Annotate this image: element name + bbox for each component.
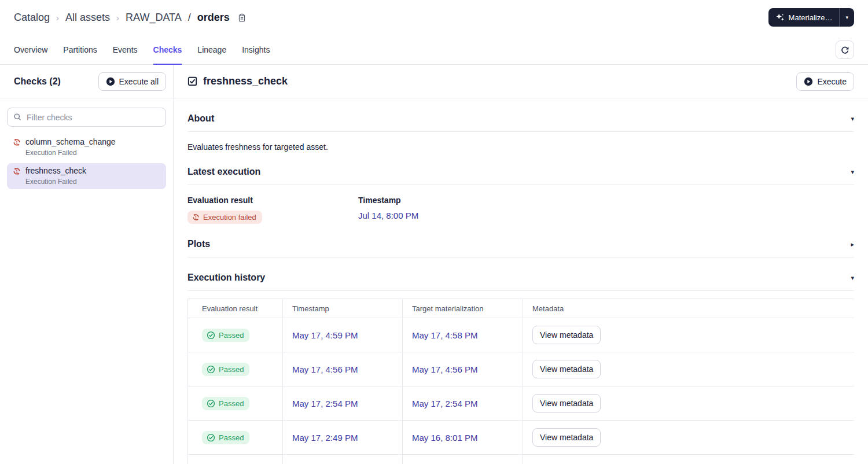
copy-asset-name-icon[interactable] bbox=[237, 13, 247, 23]
tab-bar: Overview Partitions Events Checks Lineag… bbox=[0, 35, 868, 65]
check-detail-header: freshness_check Execute bbox=[174, 65, 868, 98]
passed-badge-label: Passed bbox=[219, 433, 244, 442]
passed-badge-label: Passed bbox=[219, 331, 244, 340]
execution-timestamp-link[interactable]: May 17, 2:49 PM bbox=[292, 433, 358, 443]
table-row: Passed May 17, 2:54 PM May 17, 2:54 PM V… bbox=[188, 386, 855, 421]
asset-check-icon bbox=[187, 76, 197, 86]
target-materialization-link[interactable]: May 17, 4:58 PM bbox=[412, 330, 477, 340]
about-section-header: About ▾ bbox=[187, 113, 854, 132]
breadcrumb-slash: / bbox=[188, 12, 191, 24]
sidebar-header: Checks (2) Execute all bbox=[0, 65, 173, 98]
check-circle-icon bbox=[207, 399, 215, 408]
play-circle-icon bbox=[106, 77, 115, 86]
latest-execution-timestamp-link[interactable]: Jul 14, 8:00 PM bbox=[358, 211, 418, 220]
timestamp-label: Timestamp bbox=[358, 196, 529, 205]
column-header-metadata: Metadata bbox=[523, 299, 855, 318]
check-status: Execution Failed bbox=[25, 149, 116, 157]
breadcrumb-catalog[interactable]: Catalog bbox=[14, 12, 50, 24]
expand-plots-icon[interactable]: ▸ bbox=[851, 241, 854, 248]
check-detail-body: About ▾ Evaluates freshness for targeted… bbox=[174, 98, 868, 464]
refresh-icon bbox=[840, 45, 849, 54]
table-row: Passed May 17, 4:59 PM May 17, 4:58 PM V… bbox=[188, 318, 855, 352]
execute-button[interactable]: Execute bbox=[796, 72, 854, 91]
tab-checks[interactable]: Checks bbox=[153, 35, 182, 64]
check-circle-icon bbox=[207, 365, 215, 374]
check-name: column_schema_change bbox=[25, 137, 116, 146]
target-materialization-link[interactable]: May 17, 4:56 PM bbox=[412, 364, 477, 374]
execute-all-label: Execute all bbox=[119, 77, 159, 86]
passed-badge-label: Passed bbox=[219, 365, 244, 374]
breadcrumb-asset-group[interactable]: RAW_DATA bbox=[126, 12, 182, 24]
view-metadata-button[interactable]: View metadata bbox=[532, 326, 601, 344]
view-metadata-button[interactable]: View metadata bbox=[532, 428, 601, 447]
materialize-button[interactable]: Materialize… bbox=[768, 8, 840, 27]
view-metadata-button[interactable]: View metadata bbox=[532, 360, 601, 378]
passed-badge: Passed bbox=[202, 329, 249, 342]
refresh-button[interactable] bbox=[836, 40, 854, 59]
table-row: Passed May 17, 2:49 PM May 16, 8:01 PM V… bbox=[188, 421, 855, 455]
breadcrumb-separator: › bbox=[56, 13, 59, 23]
plots-section-header: Plots ▸ bbox=[187, 239, 854, 257]
check-title: freshness_check bbox=[203, 75, 288, 87]
passed-badge: Passed bbox=[202, 397, 249, 410]
filter-checks-input[interactable] bbox=[7, 108, 166, 127]
about-description: Evaluates freshness for targeted asset. bbox=[187, 142, 854, 152]
check-circle-icon bbox=[207, 331, 215, 340]
tab-lineage[interactable]: Lineage bbox=[197, 35, 226, 64]
sync-problem-icon bbox=[192, 213, 200, 221]
column-header-timestamp: Timestamp bbox=[283, 299, 403, 318]
tab-partitions[interactable]: Partitions bbox=[63, 35, 97, 64]
execution-failed-badge-label: Execution failed bbox=[203, 213, 256, 222]
column-header-target-materialization: Target materialization bbox=[403, 299, 523, 318]
check-circle-icon bbox=[207, 433, 215, 442]
table-row: Passed May 17, 4:56 PM May 17, 4:56 PM V… bbox=[188, 352, 855, 386]
execution-history-table: Evaluation result Timestamp Target mater… bbox=[187, 299, 854, 464]
filter-checks-wrap bbox=[7, 108, 166, 127]
execution-timestamp-link[interactable]: May 17, 2:54 PM bbox=[292, 399, 358, 408]
collapse-execution-history-icon[interactable]: ▾ bbox=[851, 275, 854, 281]
sync-problem-icon bbox=[13, 138, 21, 157]
materialize-split-button: Materialize… ▾ bbox=[768, 8, 854, 27]
tab-insights[interactable]: Insights bbox=[242, 35, 270, 64]
target-materialization-link[interactable]: May 16, 8:01 PM bbox=[412, 433, 477, 443]
execute-all-button[interactable]: Execute all bbox=[98, 72, 166, 91]
breadcrumb-asset-name: orders bbox=[197, 12, 230, 24]
breadcrumb-separator: › bbox=[116, 13, 119, 23]
view-metadata-button[interactable]: View metadata bbox=[532, 394, 601, 413]
checks-sidebar: Checks (2) Execute all bbox=[0, 65, 174, 464]
check-list: column_schema_change Execution Failed bbox=[0, 134, 173, 192]
execution-failed-badge: Execution failed bbox=[187, 211, 262, 224]
tab-overview[interactable]: Overview bbox=[14, 35, 47, 64]
table-header-row: Evaluation result Timestamp Target mater… bbox=[188, 299, 855, 318]
collapse-latest-execution-icon[interactable]: ▾ bbox=[851, 169, 854, 175]
execute-label: Execute bbox=[817, 77, 847, 86]
evaluation-result-label: Evaluation result bbox=[187, 196, 358, 205]
execution-history-section-header: Execution history ▾ bbox=[187, 272, 854, 291]
latest-execution-heading: Latest execution bbox=[187, 167, 260, 177]
execution-timestamp-link[interactable]: May 17, 4:56 PM bbox=[292, 364, 358, 374]
content: Checks (2) Execute all bbox=[0, 65, 868, 464]
check-detail-panel: freshness_check Execute About ▾ Evaluate… bbox=[174, 65, 868, 464]
check-status: Execution Failed bbox=[25, 178, 86, 186]
breadcrumb: Catalog › All assets › RAW_DATA / orders bbox=[14, 12, 247, 24]
materialize-label: Materialize… bbox=[789, 13, 833, 22]
about-heading: About bbox=[187, 113, 214, 124]
execution-history-heading: Execution history bbox=[187, 272, 265, 283]
play-circle-icon bbox=[804, 77, 813, 86]
execution-timestamp-link[interactable]: May 17, 4:59 PM bbox=[292, 330, 358, 340]
passed-badge: Passed bbox=[202, 431, 249, 444]
materialize-dropdown-button[interactable]: ▾ bbox=[840, 8, 854, 27]
breadcrumb-all-assets[interactable]: All assets bbox=[65, 12, 110, 24]
latest-execution-section-header: Latest execution ▾ bbox=[187, 167, 854, 185]
checks-count-title: Checks (2) bbox=[14, 76, 61, 87]
sync-problem-icon bbox=[13, 167, 21, 186]
collapse-about-icon[interactable]: ▾ bbox=[851, 116, 854, 122]
target-materialization-link[interactable]: May 17, 2:54 PM bbox=[412, 399, 477, 408]
passed-badge-label: Passed bbox=[219, 399, 244, 408]
check-name: freshness_check bbox=[25, 166, 86, 175]
check-item-column-schema-change[interactable]: column_schema_change Execution Failed bbox=[7, 134, 166, 160]
sparkle-icon bbox=[775, 13, 785, 22]
check-item-freshness-check[interactable]: freshness_check Execution Failed bbox=[7, 163, 166, 189]
latest-execution-fields: Evaluation result bbox=[187, 196, 854, 224]
tab-events[interactable]: Events bbox=[113, 35, 138, 64]
